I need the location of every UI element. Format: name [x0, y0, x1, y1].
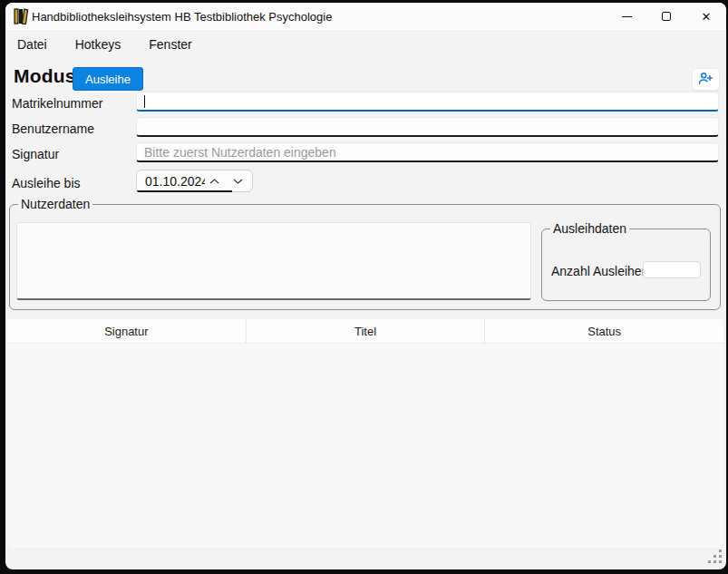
chevron-up-icon	[209, 179, 219, 184]
date-underline	[137, 190, 232, 192]
anzahl-ausleihen-input[interactable]	[643, 261, 701, 278]
signatur-input[interactable]	[136, 142, 719, 162]
nutzerdaten-groupbox: Nutzerdaten Ausleihdaten Anzahl Ausleihe…	[9, 204, 721, 310]
title-bar[interactable]: Handbibliotheksleihsystem HB Testbibliot…	[5, 3, 726, 30]
loans-table-header: Signatur Titel Status	[7, 319, 723, 344]
menu-item-datei[interactable]: Datei	[16, 35, 48, 54]
resize-grip-icon[interactable]	[708, 550, 723, 569]
column-header-status[interactable]: Status	[485, 319, 723, 343]
ausleihe-bis-date-input[interactable]	[145, 172, 205, 190]
matrikelnummer-input[interactable]	[136, 92, 719, 112]
minimize-button[interactable]	[607, 3, 646, 30]
window-title: Handbibliotheksleihsystem HB Testbibliot…	[32, 10, 332, 24]
ausleihe-bis-date-control	[136, 170, 253, 192]
maximize-button[interactable]	[646, 3, 686, 30]
date-spin-down-button[interactable]	[228, 174, 248, 189]
anzahl-ausleihen-label: Anzahl Ausleihen	[551, 264, 648, 278]
modus-heading: Modus	[14, 65, 76, 87]
nutzerdaten-legend: Nutzerdaten	[18, 197, 92, 211]
benutzername-label: Benutzername	[12, 122, 94, 136]
matrikelnummer-label: Matrikelnummer	[12, 96, 102, 111]
window-controls: ✕	[607, 3, 726, 30]
loans-table-body	[7, 344, 723, 548]
benutzername-input[interactable]	[136, 117, 719, 137]
minimize-icon	[622, 16, 632, 17]
close-button[interactable]: ✕	[686, 3, 726, 30]
column-header-signatur[interactable]: Signatur	[7, 319, 247, 343]
menu-bar: Datei Hotkeys Fenster	[16, 33, 193, 56]
maximize-icon	[662, 12, 671, 21]
column-header-titel[interactable]: Titel	[247, 319, 486, 343]
add-user-button[interactable]	[692, 68, 720, 91]
menu-item-hotkeys[interactable]: Hotkeys	[74, 35, 122, 54]
signatur-label: Signatur	[12, 147, 59, 161]
text-cursor	[144, 95, 145, 108]
app-books-icon	[14, 8, 29, 28]
loans-table: Signatur Titel Status	[7, 319, 723, 548]
ausleihe-mode-button[interactable]: Ausleihe	[73, 67, 143, 91]
app-window: Handbibliotheksleihsystem HB Testbibliot…	[5, 3, 726, 569]
person-add-icon	[698, 72, 713, 88]
chevron-down-icon	[233, 179, 243, 184]
close-icon: ✕	[702, 11, 712, 23]
ausleihdaten-legend: Ausleihdaten	[550, 221, 629, 236]
desktop-background: { "window": { "title": "Handbibliotheksl…	[0, 0, 728, 574]
menu-item-fenster[interactable]: Fenster	[148, 35, 192, 54]
nutzerdaten-textarea[interactable]	[16, 222, 531, 300]
date-spin-up-button[interactable]	[204, 174, 224, 189]
ausleihdaten-groupbox: Ausleihdaten Anzahl Ausleihen	[541, 229, 711, 301]
ausleihe-bis-label: Ausleihe bis	[12, 176, 81, 190]
